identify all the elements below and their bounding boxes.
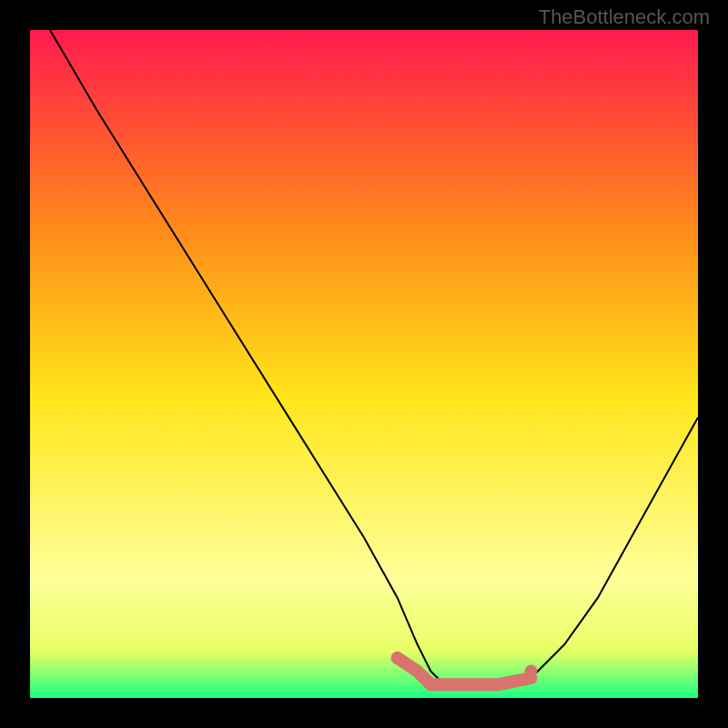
highlight-dot (391, 652, 404, 664)
watermark-text: TheBottleneck.com (539, 5, 710, 29)
chart-container: TheBottleneck.com (0, 0, 728, 728)
chart-svg (30, 30, 698, 698)
chart-area (30, 30, 698, 698)
highlight-dot (525, 665, 538, 678)
